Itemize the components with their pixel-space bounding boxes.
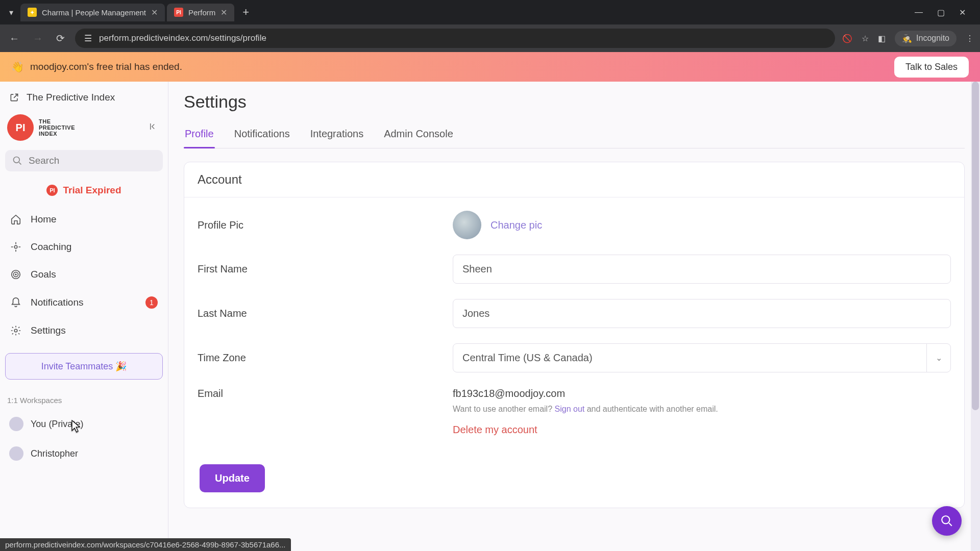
tab-integrations[interactable]: Integrations <box>309 124 365 148</box>
sidebar-item-coaching[interactable]: Coaching <box>5 235 163 259</box>
external-link-icon <box>9 92 19 103</box>
incognito-indicator[interactable]: 🕵 Incognito <box>895 31 957 46</box>
maximize-icon[interactable]: ▢ <box>937 8 945 17</box>
minimize-icon[interactable]: — <box>915 8 923 17</box>
email-value: fb193c18@moodjoy.com <box>453 388 951 399</box>
sidebar-item-settings[interactable]: Settings <box>5 318 163 343</box>
change-pic-link[interactable]: Change pic <box>491 219 542 231</box>
browser-tab-strip: ▾ ✦ Charma | People Management ✕ PI Perf… <box>0 0 980 24</box>
notification-count-badge: 1 <box>145 296 158 309</box>
sidebar-item-notifications[interactable]: Notifications 1 <box>5 290 163 315</box>
scroll-thumb[interactable] <box>972 82 979 410</box>
logo-text: THE PREDICTIVE INDEX <box>39 118 75 137</box>
reload-icon[interactable]: ⟳ <box>53 29 68 47</box>
sidebar: The Predictive Index PI THE PREDICTIVE I… <box>0 82 168 551</box>
home-icon <box>10 214 21 225</box>
search-icon <box>12 156 22 166</box>
trial-ended-banner: 👋 moodjoy.com's free trial has ended. Ta… <box>0 52 980 82</box>
sidebar-item-label: Goals <box>31 269 56 280</box>
workspaces-heading: 1:1 Workspaces <box>5 390 163 408</box>
avatar <box>9 417 23 431</box>
browser-tab-active[interactable]: PI Perform ✕ <box>167 4 234 21</box>
window-controls: — ▢ ✕ <box>915 8 976 17</box>
tab-title: Charma | People Management <box>42 8 146 17</box>
help-fab-button[interactable] <box>932 506 962 536</box>
avatar <box>453 211 481 239</box>
account-heading: Account <box>184 162 964 197</box>
browser-tab[interactable]: ✦ Charma | People Management ✕ <box>20 4 165 21</box>
search-placeholder: Search <box>29 155 59 166</box>
delete-account-link[interactable]: Delete my account <box>453 424 951 436</box>
eye-off-icon[interactable]: 🚫 <box>842 34 852 43</box>
workspace-label: Christopher <box>31 448 78 459</box>
tab-favicon: PI <box>174 8 183 17</box>
profile-pic-label: Profile Pic <box>198 219 453 231</box>
bell-icon <box>10 297 21 308</box>
email-label: Email <box>198 388 453 399</box>
timezone-label: Time Zone <box>198 352 453 364</box>
invite-teammates-button[interactable]: Invite Teammates 🎉 <box>5 353 163 380</box>
incognito-icon: 🕵 <box>902 34 912 43</box>
new-tab-button[interactable]: + <box>236 6 255 19</box>
sidebar-item-label: Home <box>31 214 57 225</box>
avatar <box>9 446 23 461</box>
update-button[interactable]: Update <box>200 464 265 492</box>
talk-to-sales-button[interactable]: Talk to Sales <box>894 57 969 78</box>
workspace-label: You (Private) <box>31 419 83 430</box>
sidebar-item-label: Notifications <box>31 297 84 308</box>
account-card: Account Profile Pic Change pic First Nam… <box>184 162 965 508</box>
tab-favicon: ✦ <box>28 8 37 17</box>
sidebar-item-label: Coaching <box>31 241 71 253</box>
tab-title: Perform <box>188 8 215 17</box>
banner-text: moodjoy.com's free trial has ended. <box>30 61 182 72</box>
sidebar-item-goals[interactable]: Goals <box>5 262 163 287</box>
bookmark-icon[interactable]: ☆ <box>862 34 869 43</box>
svg-point-5 <box>14 329 17 332</box>
sidebar-item-label: Settings <box>31 325 66 336</box>
tab-profile[interactable]: Profile <box>184 124 215 148</box>
back-icon[interactable]: ← <box>6 30 22 47</box>
svg-point-1 <box>14 245 17 248</box>
external-link-predictive-index[interactable]: The Predictive Index <box>5 88 163 107</box>
last-name-label: Last Name <box>198 308 453 319</box>
pi-badge-icon: PI <box>46 185 58 196</box>
side-panel-icon[interactable]: ◧ <box>878 34 886 43</box>
forward-icon[interactable]: → <box>30 30 46 47</box>
collapse-sidebar-icon[interactable] <box>145 119 161 136</box>
url-input[interactable]: ☰ perform.predictiveindex.com/settings/p… <box>75 29 835 48</box>
gear-icon <box>10 325 21 336</box>
wave-icon: 👋 <box>11 61 24 73</box>
page-title: Settings <box>184 92 965 112</box>
site-info-icon[interactable]: ☰ <box>84 33 92 44</box>
vertical-scrollbar[interactable] <box>971 82 980 551</box>
close-icon[interactable]: ✕ <box>220 8 227 17</box>
tab-admin-console[interactable]: Admin Console <box>383 124 454 148</box>
workspace-item[interactable]: Christopher <box>5 440 163 467</box>
menu-icon[interactable]: ⋮ <box>966 34 974 43</box>
search-input[interactable]: Search <box>5 150 163 171</box>
timezone-select[interactable] <box>453 343 951 372</box>
browser-address-bar: ← → ⟳ ☰ perform.predictiveindex.com/sett… <box>0 24 980 52</box>
trial-expired-label: Trial Expired <box>63 185 121 196</box>
status-bar-url: perform.predictiveindex.com/workspaces/c… <box>0 538 291 551</box>
top-link-label: The Predictive Index <box>27 92 115 103</box>
main-content: Settings Profile Notifications Integrati… <box>168 82 980 551</box>
workspace-item[interactable]: You (Private) <box>5 411 163 437</box>
tab-notifications[interactable]: Notifications <box>233 124 291 148</box>
goals-icon <box>10 269 21 280</box>
sidebar-item-home[interactable]: Home <box>5 207 163 232</box>
coaching-icon <box>10 241 21 253</box>
page-viewport: 👋 moodjoy.com's free trial has ended. Ta… <box>0 52 980 551</box>
url-text: perform.predictiveindex.com/settings/pro… <box>99 33 266 43</box>
svg-point-6 <box>942 516 949 523</box>
first-name-input[interactable] <box>453 255 951 284</box>
trial-expired-indicator[interactable]: PI Trial Expired <box>5 180 163 204</box>
logo-row: PI THE PREDICTIVE INDEX <box>5 110 163 145</box>
tab-search-dropdown[interactable]: ▾ <box>4 5 18 20</box>
last-name-input[interactable] <box>453 299 951 328</box>
svg-point-4 <box>15 274 16 275</box>
close-window-icon[interactable]: ✕ <box>959 8 966 17</box>
logo-icon: PI <box>7 114 34 141</box>
close-icon[interactable]: ✕ <box>151 8 158 17</box>
sign-out-link[interactable]: Sign out <box>555 405 585 413</box>
